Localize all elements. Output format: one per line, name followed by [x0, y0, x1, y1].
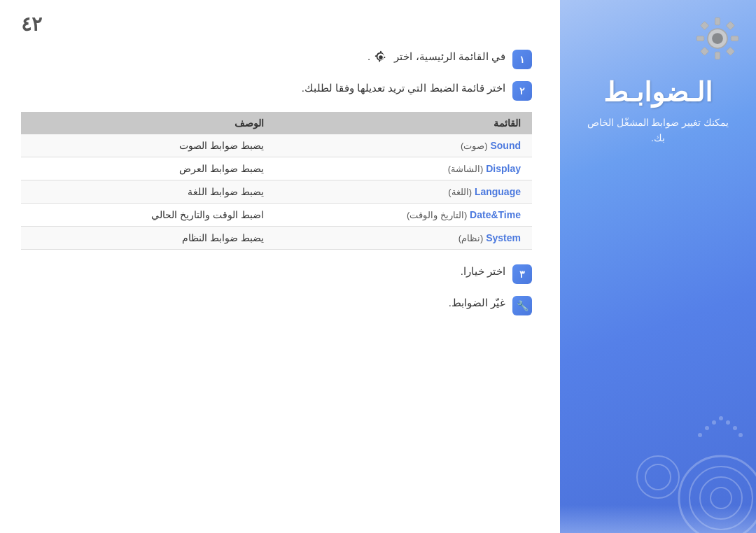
table-row: Language (اللغة)يضبط ضوابط اللغة: [21, 180, 532, 204]
step-1-text: في القائمة الرئيسية، اختر .: [368, 49, 505, 65]
step-3-text: اختر خيارا.: [461, 264, 505, 280]
svg-point-2: [712, 33, 723, 44]
step-2-badge: ٢: [512, 81, 532, 101]
svg-rect-3: [715, 17, 720, 25]
table-cell-desc: اضبط الوقت والتاريخ الحالي: [21, 204, 275, 227]
table-cell-name: Display (الشاشة): [275, 157, 532, 180]
svg-point-0: [379, 55, 384, 59]
content-area: ٤٢ ١ في القائمة الرئيسية، اختر . ٢ اختر …: [0, 0, 560, 533]
svg-point-20: [719, 416, 723, 420]
table-cell-desc: يضبط ضوابط النظام: [21, 227, 275, 250]
col-desc-header: الوصف: [21, 112, 275, 134]
svg-rect-4: [715, 52, 720, 59]
step-2-row: ٢ اختر قائمة الضبط التي تريد تعديلها وفق…: [21, 80, 532, 101]
page-number: ٤٢: [21, 13, 42, 36]
svg-point-19: [712, 420, 716, 425]
table-row: Date&Time (التاريخ والوقت)اضبط الوقت وال…: [21, 204, 532, 227]
table-cell-desc: يضبط ضوابط الصوت: [21, 134, 275, 157]
step-1-row: ١ في القائمة الرئيسية، اختر .: [21, 49, 532, 69]
table-cell-desc: يضبط ضوابط العرض: [21, 157, 275, 180]
table-row: Display (الشاشة)يضبط ضوابط العرض: [21, 157, 532, 180]
reflection-bar: [560, 505, 756, 533]
svg-point-17: [698, 433, 702, 437]
gear-inline-icon: [373, 50, 388, 65]
sidebar-subtitle: يمكنك تغيير ضوابط المشغّل الخاص بك.: [574, 115, 742, 146]
step-4-row: 🔧 غيّر الضوابط.: [21, 295, 532, 315]
step-3-row: ٣ اختر خيارا.: [21, 264, 532, 284]
sidebar: الـضوابـط يمكنك تغيير ضوابط المشغّل الخا…: [560, 0, 756, 533]
svg-point-18: [705, 426, 709, 430]
svg-point-22: [733, 426, 737, 430]
table-row: Sound (صوت)يضبط ضوابط الصوت: [21, 134, 532, 157]
table-cell-desc: يضبط ضوابط اللغة: [21, 180, 275, 204]
svg-point-21: [726, 420, 730, 425]
table-cell-name: Language (اللغة): [275, 180, 532, 204]
svg-rect-5: [696, 36, 704, 41]
table-cell-name: Sound (صوت): [275, 134, 532, 157]
gear-icon-top: [693, 14, 742, 63]
table-row: System (نظام)يضبط ضوابط النظام: [21, 227, 532, 250]
sidebar-title: الـضوابـط: [603, 77, 713, 108]
step-2-text: اختر قائمة الضبط التي تريد تعديلها وفقا …: [302, 80, 505, 97]
svg-rect-8: [726, 21, 734, 29]
svg-rect-9: [700, 47, 708, 55]
svg-rect-10: [726, 47, 734, 55]
step-4-badge: 🔧: [512, 296, 532, 315]
step-1-badge: ١: [512, 50, 532, 69]
steps-container: ١ في القائمة الرئيسية، اختر . ٢ اختر قائ…: [21, 49, 532, 327]
table-cell-name: Date&Time (التاريخ والوقت): [275, 204, 532, 227]
step-3-badge: ٣: [512, 264, 532, 284]
col-list-header: القائمة: [275, 112, 532, 134]
svg-point-16: [645, 464, 671, 490]
step-4-text: غيّر الضوابط.: [449, 295, 505, 311]
table-cell-name: System (نظام): [275, 227, 532, 250]
svg-rect-6: [731, 36, 738, 41]
svg-rect-7: [700, 21, 708, 29]
svg-point-23: [738, 433, 743, 437]
svg-point-15: [637, 456, 679, 498]
settings-table: القائمة الوصف Sound (صوت)يضبط ضوابط الصو…: [21, 112, 532, 250]
